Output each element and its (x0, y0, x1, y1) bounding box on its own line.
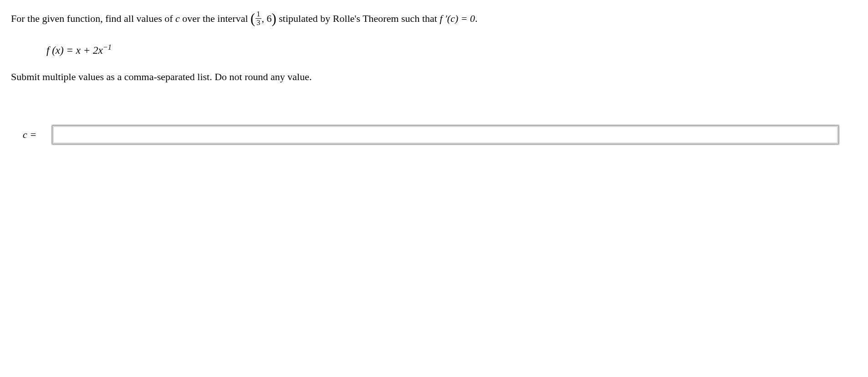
question-period: . (475, 13, 478, 24)
instruction-text: Submit multiple values as a comma-separa… (11, 69, 857, 84)
function-lhs: f (x) = x + 2x (46, 45, 103, 56)
var-c: c (175, 13, 180, 24)
fraction-numerator: 1 (255, 10, 261, 19)
f-prime-equation: f ′(c) = 0 (439, 13, 475, 24)
fraction-denominator: 3 (255, 19, 261, 27)
question-over-interval: over the interval (180, 13, 250, 24)
answer-equals: = (27, 129, 36, 140)
answer-row: c = (23, 125, 857, 144)
answer-label: c = (23, 129, 36, 141)
answer-var: c (23, 129, 27, 140)
fraction: 13 (255, 10, 261, 27)
question-text: For the given function, find all values … (11, 9, 857, 30)
function-definition: f (x) = x + 2x−1 (46, 43, 857, 56)
question-intro: For the given function, find all values … (11, 13, 175, 24)
question-stipulated: stipulated by Rolle's Theorem such that (276, 13, 440, 24)
paren-open: ( (250, 11, 255, 26)
paren-close: ) (272, 11, 276, 26)
function-exponent: −1 (103, 43, 112, 51)
interval-rest: , 6 (262, 13, 272, 24)
answer-input[interactable] (52, 125, 839, 144)
